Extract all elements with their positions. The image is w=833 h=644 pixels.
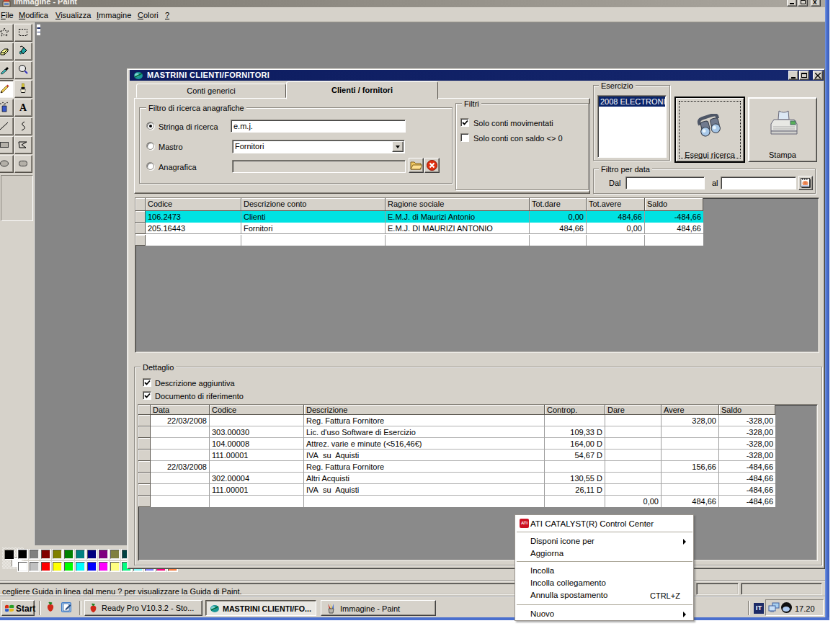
svg-text:A: A xyxy=(19,102,27,113)
